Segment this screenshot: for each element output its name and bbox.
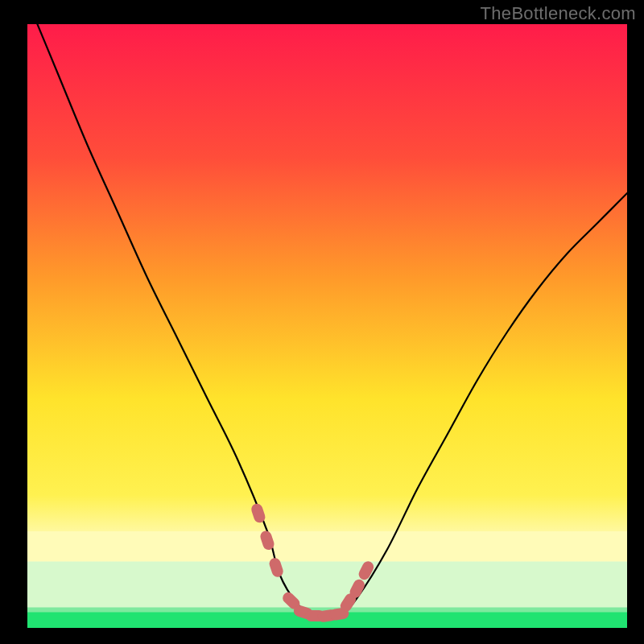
valley-marker-dot: [266, 537, 268, 544]
plot-area: [27, 24, 627, 628]
valley-marker-dot: [288, 598, 294, 604]
valley-marker-dot: [257, 510, 259, 517]
pale-green-band: [27, 562, 627, 610]
valley-marker-dot: [346, 599, 350, 605]
watermark-label: TheBottleneck.com: [481, 3, 636, 24]
valley-marker-dot: [356, 585, 359, 592]
chart-stage: TheBottleneck.com: [0, 0, 644, 644]
valley-marker-dot: [275, 564, 278, 571]
valley-marker-dot: [335, 613, 343, 614]
pale-yellow-band: [27, 531, 627, 562]
plot-svg: [27, 24, 627, 628]
valley-marker-dot: [299, 611, 308, 613]
valley-marker-dot: [365, 567, 368, 574]
